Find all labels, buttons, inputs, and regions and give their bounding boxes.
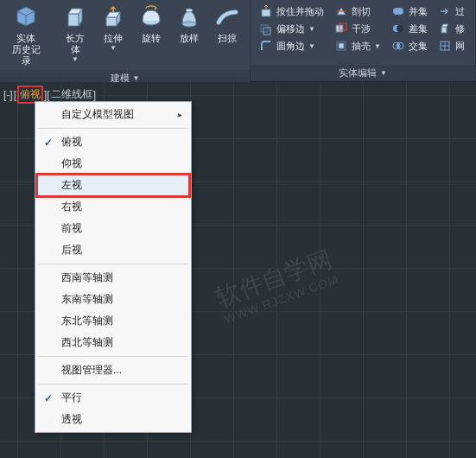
- extrude-button[interactable]: 拉伸 ▼: [94, 2, 132, 54]
- sweep-icon: [213, 3, 241, 31]
- svg-rect-20: [339, 43, 344, 48]
- cube-history-icon: [12, 3, 40, 31]
- menu-nw-iso[interactable]: 西北等轴测: [37, 332, 189, 353]
- menu-top-view[interactable]: 俯视: [37, 131, 189, 153]
- extrude-icon: [99, 3, 127, 31]
- intersect-button[interactable]: 交集: [390, 38, 429, 54]
- menu-separator: [39, 356, 187, 357]
- shell-icon: [334, 39, 348, 53]
- revolve-button[interactable]: 旋转: [132, 2, 170, 46]
- box-button[interactable]: 长方体 ▼: [56, 2, 94, 65]
- cube-edit-icon: [438, 22, 452, 35]
- chevron-down-icon: ▼: [133, 74, 140, 82]
- svg-marker-5: [106, 17, 117, 26]
- slice-button[interactable]: 剖切: [333, 3, 383, 19]
- edit-button[interactable]: 修: [436, 21, 466, 36]
- box-label: 长方体: [61, 33, 89, 55]
- chevron-down-icon: ▼: [374, 42, 381, 50]
- ribbon-panel-solid-editing: 按住并拖动 偏移边 ▼ 圆角边 ▼ 剖切: [251, 0, 476, 81]
- menu-separator: [39, 264, 187, 264]
- menu-parallel[interactable]: 平行: [37, 387, 189, 409]
- chevron-down-icon: ▼: [308, 42, 315, 50]
- shell-button[interactable]: 抽壳 ▼: [333, 38, 383, 54]
- menu-separator: [39, 384, 187, 385]
- view-context-menu: 自定义模型视图 俯视 仰视 左视 右视 前视 后视 西南等轴测 东南等轴测 东北…: [35, 101, 192, 433]
- menu-ne-iso[interactable]: 东北等轴测: [37, 310, 189, 332]
- box-icon: [61, 3, 89, 31]
- chevron-down-icon: ▼: [110, 44, 117, 52]
- svg-point-10: [186, 9, 193, 12]
- union-icon: [391, 4, 405, 18]
- offset-edge-button[interactable]: 偏移边 ▼: [257, 21, 326, 36]
- presspull-button[interactable]: 按住并拖动: [257, 3, 326, 19]
- svg-point-24: [397, 25, 403, 32]
- loft-icon: [175, 3, 203, 31]
- mesh-icon: [438, 39, 452, 53]
- subtract-icon: [391, 22, 405, 35]
- menu-se-iso[interactable]: 东南等轴测: [37, 289, 189, 310]
- solid-history-button[interactable]: 实体历史记录: [3, 2, 48, 68]
- menu-left-view[interactable]: 左视: [37, 175, 189, 196]
- chevron-down-icon: ▼: [308, 25, 315, 33]
- revolve-label: 旋转: [142, 33, 161, 44]
- svg-marker-27: [441, 27, 447, 33]
- viewport[interactable]: [-] [俯视][二维线框] 软件自学网 WWW.RJZXW.COM 自定义模型…: [0, 82, 476, 458]
- chevron-down-icon: ▼: [380, 69, 387, 77]
- viewport-style-control[interactable]: 二维线框: [51, 87, 92, 102]
- svg-marker-28: [441, 24, 448, 27]
- menu-perspective[interactable]: 透视: [37, 409, 189, 430]
- menu-view-manager[interactable]: 视图管理器...: [37, 359, 189, 381]
- slice-icon: [334, 4, 348, 18]
- arrow-icon: [438, 4, 452, 18]
- loft-button[interactable]: 放样: [170, 2, 208, 46]
- subtract-button[interactable]: 差集: [390, 21, 429, 36]
- interfere-button[interactable]: 干涉: [333, 21, 383, 36]
- solid-history-label: 实体历史记录: [9, 33, 43, 67]
- presspull-icon: [259, 4, 273, 18]
- menu-back-view[interactable]: 后视: [37, 239, 189, 261]
- sweep-label: 扫掠: [218, 33, 237, 44]
- filter-button[interactable]: 过: [436, 3, 466, 19]
- extrude-label: 拉伸: [104, 33, 123, 44]
- svg-rect-14: [263, 28, 270, 35]
- fillet-icon: [259, 39, 273, 53]
- svg-marker-2: [68, 14, 79, 26]
- svg-point-22: [397, 8, 403, 15]
- menu-right-view[interactable]: 右视: [37, 196, 189, 218]
- sweep-button[interactable]: 扫掠: [208, 2, 246, 46]
- ribbon-toolbar: 实体历史记录 长方体 ▼ 拉伸 ▼ 旋转: [0, 0, 476, 82]
- svg-point-11: [182, 22, 196, 27]
- mesh-button[interactable]: 网: [436, 38, 466, 54]
- chevron-down-icon: ▼: [72, 55, 79, 63]
- svg-rect-12: [262, 10, 270, 16]
- svg-rect-13: [261, 25, 268, 32]
- intersect-icon: [391, 39, 405, 53]
- loft-label: 放样: [180, 33, 199, 44]
- revolve-icon: [137, 3, 165, 31]
- menu-separator: [39, 128, 187, 129]
- menu-custom-view[interactable]: 自定义模型视图: [37, 104, 189, 125]
- menu-sw-iso[interactable]: 西南等轴测: [37, 267, 189, 289]
- fillet-edge-button[interactable]: 圆角边 ▼: [257, 38, 326, 54]
- ribbon-panel-modeling: 实体历史记录 长方体 ▼ 拉伸 ▼ 旋转: [0, 0, 251, 81]
- union-button[interactable]: 并集: [390, 3, 429, 19]
- panel-title-solid-editing[interactable]: 实体编辑 ▼: [251, 65, 475, 81]
- menu-front-view[interactable]: 前视: [37, 218, 189, 239]
- interfere-icon: [334, 22, 348, 35]
- offset-icon: [259, 22, 273, 35]
- viewport-minus-control[interactable]: [-]: [3, 89, 13, 101]
- menu-bottom-view[interactable]: 仰视: [37, 153, 189, 175]
